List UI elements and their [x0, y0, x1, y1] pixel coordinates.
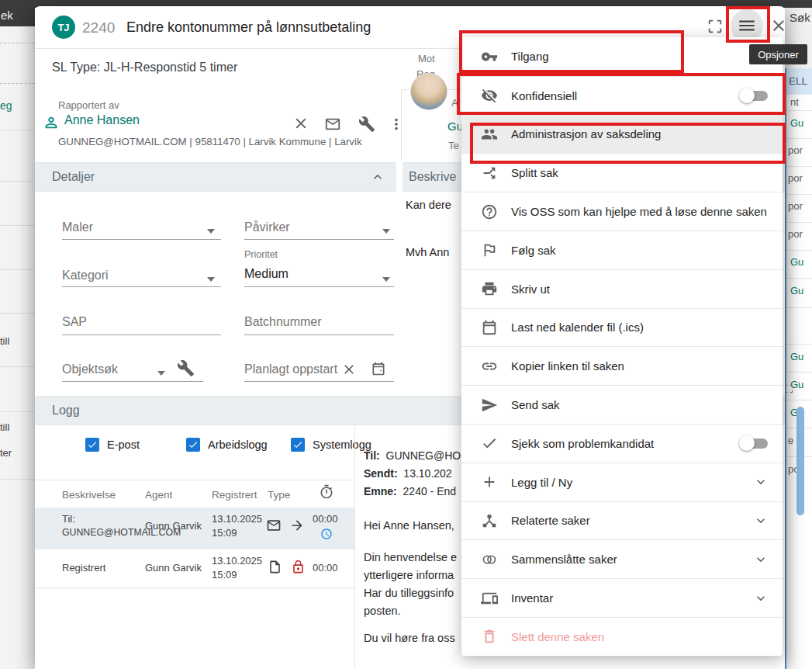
problemkandidat-toggle-off[interactable]	[739, 435, 769, 451]
close-icon[interactable]	[769, 16, 788, 35]
mail-icon[interactable]	[324, 116, 341, 133]
screen: ek eg till till ter Søk ELL nt Gu por po…	[0, 0, 812, 669]
background-row: por	[788, 200, 803, 212]
pavirker-field[interactable]: Påvirker	[244, 220, 290, 234]
konfidensiell-toggle-off[interactable]	[739, 88, 769, 103]
divider	[35, 480, 354, 480]
batchnummer-field[interactable]: Batchnummer	[244, 315, 322, 329]
log-header-label: Logg	[52, 404, 80, 418]
agent-name-link[interactable]: Gu	[447, 120, 463, 133]
avatar[interactable]	[410, 73, 447, 110]
person-icon	[43, 114, 60, 131]
objektsok-field[interactable]: Objektsøk	[62, 362, 118, 376]
background-left-panel	[0, 26, 35, 669]
divider	[0, 225, 35, 226]
chevron-down-icon	[753, 474, 769, 490]
background-row[interactable]: Gu	[790, 117, 803, 129]
fullscreen-icon[interactable]	[707, 18, 724, 35]
kategori-field[interactable]: Kategori	[62, 269, 109, 283]
tools-icon[interactable]	[177, 359, 195, 377]
remove-reporter-icon[interactable]	[292, 115, 309, 132]
menu-item-slett-denne-saken[interactable]: Slett denne saken	[461, 617, 783, 656]
background-row[interactable]: Gu	[790, 285, 803, 296]
column-header-beskrivelse[interactable]: Beskrivelse	[62, 489, 116, 501]
divider	[786, 372, 812, 373]
timer-icon[interactable]	[319, 484, 334, 500]
kebab-menu-icon[interactable]	[388, 116, 405, 133]
background-row[interactable]: Gu	[790, 256, 803, 268]
split-icon	[481, 165, 498, 182]
menu-item-folg-sak[interactable]: Følg sak	[461, 231, 783, 269]
menu-item-last-ned-kalender[interactable]: Last ned kalender fil (.ics)	[461, 308, 783, 347]
menu-item-relaterte-saker[interactable]: Relaterte saker	[461, 501, 783, 540]
table-row[interactable]: Registrert Gunn Garvik 13.10.2025 15:09 …	[35, 549, 354, 588]
table-row[interactable]: Til: GUNNEG@HOTMAIL.COM Gunn Garvik 13.1…	[35, 508, 354, 549]
reporter-name-link[interactable]: Anne Hansen	[64, 113, 140, 127]
background-row: por	[788, 144, 803, 156]
check-icon	[481, 435, 498, 452]
checkbox-arbeidslogg[interactable]	[186, 438, 200, 452]
menu-item-konfidensiell[interactable]: Konfidensiell	[461, 76, 783, 115]
reporter-label: Rapportert av	[58, 99, 119, 111]
column-header-type[interactable]: Type	[268, 489, 290, 501]
menu-item-sjekk-problemkandidat[interactable]: Sjekk som problemkandidat	[461, 424, 783, 463]
background-row[interactable]: Gu	[790, 351, 803, 362]
maler-field[interactable]: Maler	[62, 220, 93, 234]
checkbox-epost[interactable]	[85, 438, 99, 452]
divider	[0, 366, 35, 367]
description-header-label: Beskrive	[409, 170, 456, 184]
sap-field[interactable]: SAP	[62, 315, 87, 329]
chevron-down-icon[interactable]	[157, 371, 165, 376]
divider	[786, 250, 812, 251]
planlagt-oppstart-field[interactable]: Planlagt oppstart	[244, 362, 337, 376]
tools-icon[interactable]	[358, 116, 375, 133]
menu-item-kopier-linken[interactable]: Kopier linken til saken	[461, 346, 783, 385]
divider	[354, 425, 355, 669]
chevron-up-icon[interactable]	[370, 169, 385, 185]
search-label[interactable]: Søk	[790, 11, 810, 24]
chevron-down-icon[interactable]	[382, 229, 390, 234]
expand-icon[interactable]	[783, 383, 794, 394]
email-body-line: posten.	[364, 605, 401, 617]
trash-icon	[481, 628, 498, 645]
workspace-logo: TJ	[52, 16, 75, 39]
prioritet-label: Prioritet	[244, 249, 278, 260]
log-agent: Gunn Garvik	[145, 562, 202, 574]
divider	[786, 307, 812, 308]
chevron-down-icon[interactable]	[207, 277, 215, 282]
divider	[786, 400, 812, 400]
arrow-right-icon	[289, 518, 305, 533]
details-section-header[interactable]: Detaljer	[35, 162, 396, 192]
clear-icon[interactable]	[341, 362, 357, 377]
menu-item-label: Inventar	[511, 591, 553, 605]
menu-item-administrasjon-av-saksdeling[interactable]: Administrasjon av saksdeling	[461, 115, 783, 154]
options-tooltip: Opsjoner	[749, 44, 807, 64]
scrollbar-thumb[interactable]	[796, 407, 804, 515]
menu-item-send-sak[interactable]: Send sak	[461, 385, 783, 424]
chevron-down-icon[interactable]	[382, 277, 390, 282]
checkbox-systemlogg[interactable]	[291, 438, 305, 452]
prioritet-value[interactable]: Medium	[244, 267, 289, 281]
menu-item-sammenslatte-saker[interactable]: Sammenslåtte saker	[461, 539, 783, 578]
eye-off-icon	[481, 87, 498, 104]
details-header-label: Detaljer	[52, 170, 95, 184]
column-header-agent[interactable]: Agent	[145, 489, 172, 501]
menu-item-tilgang[interactable]: Tilgang	[461, 37, 783, 76]
menu-item-inventar[interactable]: Inventar	[461, 578, 783, 617]
menu-item-legg-til-ny[interactable]: Legg til / Ny	[461, 463, 783, 501]
divider	[786, 344, 812, 345]
calendar-icon[interactable]	[371, 361, 386, 376]
chevron-down-icon[interactable]	[207, 229, 215, 234]
background-text: till	[0, 335, 9, 347]
menu-item-splitt-sak[interactable]: Splitt sak	[461, 153, 783, 192]
column-header-registrert[interactable]: Registrert	[212, 489, 257, 501]
background-text: till	[0, 421, 9, 433]
menu-item-vis-oss[interactable]: Vis OSS som kan hjelpe med å løse denne …	[461, 192, 783, 231]
background-row: nt	[790, 96, 799, 108]
divider	[0, 130, 35, 130]
printer-icon	[481, 280, 498, 297]
field-underline	[244, 286, 394, 287]
chevron-down-icon	[753, 552, 769, 567]
menu-item-skriv-ut[interactable]: Skriv ut	[461, 269, 783, 308]
divider	[0, 181, 35, 182]
